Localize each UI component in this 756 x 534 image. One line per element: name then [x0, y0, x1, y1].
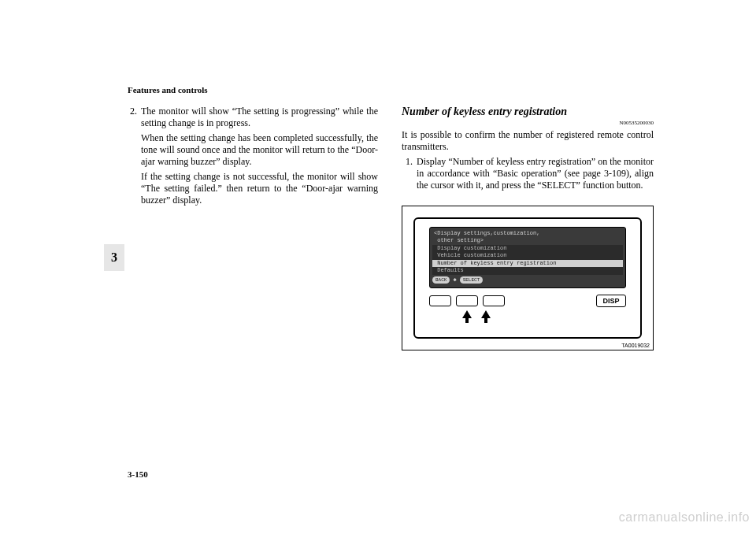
figure-id: TA0019032: [621, 343, 650, 348]
step-number: 1.: [402, 156, 413, 195]
step-body: The monitor will show “The setting is pr…: [141, 106, 378, 210]
display-figure: <Display settings,customization, other s…: [402, 206, 654, 350]
menu-item: Display customization: [432, 245, 623, 252]
menu-item-selected: Number of keyless entry registration: [432, 260, 623, 267]
chapter-tab: 3: [104, 244, 124, 271]
paragraph: The monitor will show “The setting is pr…: [141, 106, 378, 129]
display-screen: <Display settings,customization, other s…: [429, 227, 626, 288]
intro-paragraph: It is possible to confirm the number of …: [402, 129, 654, 153]
screen-footer: BACK ◆ SELECT: [432, 276, 623, 284]
paragraph: When the setting change has been complet…: [141, 132, 378, 168]
arrow-up-icon: [462, 310, 472, 318]
menu-item: Defaults: [432, 267, 623, 274]
paragraph: If the setting change is not successful,…: [141, 171, 378, 206]
reference-code: N00535200030: [402, 120, 654, 126]
softkey-select: SELECT: [460, 276, 484, 284]
manual-page: Features and controls 3 2. The monitor w…: [0, 0, 756, 534]
step-body: Display “Number of keyless entry registr…: [417, 156, 654, 191]
left-column: 2. The monitor will show “The setting is…: [102, 106, 378, 350]
step-2-block: 2. The monitor will show “The setting is…: [126, 106, 378, 210]
menu-item: Vehicle customization: [432, 252, 623, 259]
right-column: Number of keyless entry registration N00…: [402, 106, 654, 350]
indicator-arrows: [462, 310, 626, 318]
diamond-icon: ◆: [453, 276, 456, 284]
arrow-up-icon: [481, 310, 491, 318]
button-3: [483, 295, 505, 306]
screen-title-line2: other setting>: [432, 237, 623, 244]
content-columns: 2. The monitor will show “The setting is…: [102, 106, 654, 350]
step-1-block: 1. Display “Number of keyless entry regi…: [402, 156, 654, 195]
screen-title-line1: <Display settings,customization,: [432, 230, 623, 237]
softkey-back: BACK: [432, 276, 450, 284]
button-1: [429, 295, 451, 306]
display-bezel: <Display settings,customization, other s…: [413, 217, 642, 339]
step-number: 2.: [126, 106, 137, 210]
page-number: 3-150: [128, 469, 148, 479]
watermark: carmanualsonline.info: [619, 510, 750, 525]
button-2: [456, 295, 478, 306]
physical-buttons: DISP: [429, 295, 626, 307]
disp-button: DISP: [596, 295, 626, 307]
section-header: Features and controls: [128, 85, 208, 95]
subsection-heading: Number of keyless entry registration: [402, 106, 654, 118]
